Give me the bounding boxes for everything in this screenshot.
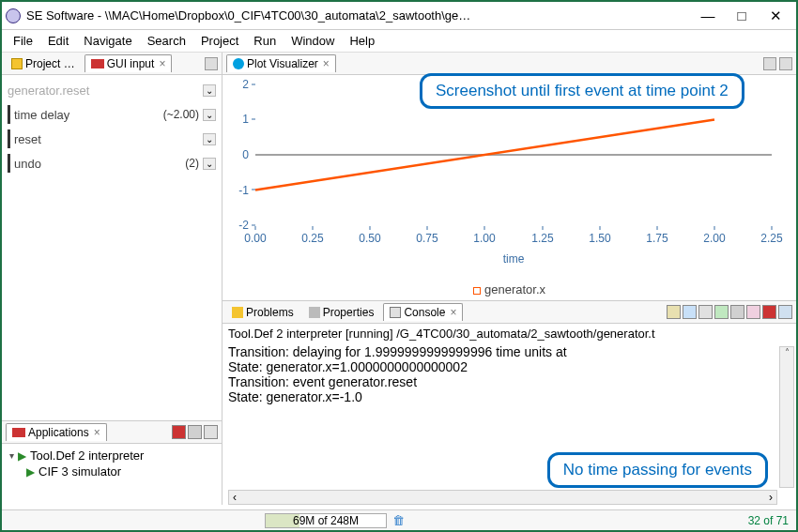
tab-project-explorer[interactable]: Project … [6, 55, 81, 72]
close-icon[interactable]: × [450, 306, 456, 319]
close-icon[interactable]: × [159, 57, 165, 70]
chevron-down-icon[interactable]: ⌄ [203, 109, 216, 121]
console-icon [390, 307, 401, 318]
console-line: State: generator.x=-1.0 [228, 389, 790, 404]
menu-bar: File Edit Navigate Search Project Run Wi… [2, 30, 796, 53]
applications-panel: Applications × ▾ ▶ Tool.Def 2 interprete… [2, 420, 222, 505]
expand-icon[interactable]: ▾ [9, 450, 14, 461]
maximize-view-icon[interactable] [779, 57, 792, 70]
row-marker-icon [8, 129, 10, 148]
menu-window[interactable]: Window [284, 32, 342, 50]
console-menu-icon[interactable] [778, 305, 792, 319]
window-title: SE Software - \\MAC\Home\Dropbox\0_CIF\4… [26, 8, 691, 23]
annotation-top: Screenshot until first event at time poi… [420, 73, 744, 109]
left-tabs-top: Project … GUI input × [2, 53, 222, 75]
plot-svg: 2 1 0 -1 -2 0.00 0.25 0.50 0.75 1.00 1.2… [223, 75, 797, 300]
menu-file[interactable]: File [6, 32, 40, 50]
row-marker-icon [8, 154, 10, 173]
plot-area: Screenshot until first event at time poi… [223, 75, 796, 300]
maximize-button[interactable]: □ [725, 8, 759, 23]
console-display-icon[interactable] [714, 305, 729, 319]
page-counter: 32 of 71 [748, 514, 789, 527]
menu-edit[interactable]: Edit [40, 32, 76, 50]
tab-label: Applications [28, 426, 89, 439]
tab-console[interactable]: Console × [383, 303, 463, 321]
gc-trash-icon[interactable]: 🗑 [392, 513, 405, 527]
tab-properties[interactable]: Properties [303, 304, 380, 321]
x-axis-label: time [503, 252, 525, 266]
scroll-left-icon[interactable]: ‹ [233, 491, 237, 504]
menu-help[interactable]: Help [342, 32, 382, 50]
close-button[interactable]: ✕ [759, 8, 792, 24]
svg-text:2.25: 2.25 [760, 232, 783, 245]
running-icon: ▶ [18, 449, 26, 463]
minimize-view-icon[interactable] [205, 57, 218, 70]
gui-row-reset[interactable]: reset ⌄ [8, 128, 216, 150]
scrollbar-vertical[interactable]: ˄ [779, 346, 794, 488]
menu-search[interactable]: Search [140, 32, 193, 50]
scroll-up-icon[interactable]: ˄ [780, 347, 793, 360]
gui-input-panel: generator.reset ⌄ time delay (~2.00) ⌄ r… [2, 75, 222, 202]
chevron-down-icon[interactable]: ⌄ [203, 158, 216, 170]
heap-status[interactable]: 69M of 248M 🗑 [265, 513, 405, 528]
close-icon[interactable]: × [323, 57, 330, 70]
running-icon: ▶ [26, 465, 35, 479]
svg-text:1.50: 1.50 [589, 232, 611, 245]
plot-icon [233, 58, 244, 69]
gui-row-undo[interactable]: undo (2) ⌄ [8, 152, 216, 175]
chevron-down-icon[interactable]: ⌄ [203, 133, 216, 145]
tab-label: Plot Visualizer [247, 57, 318, 70]
menu-run[interactable]: Run [246, 32, 284, 50]
console-line: Transition: delaying for 1.9999999999999… [228, 344, 790, 359]
problems-icon [232, 307, 243, 318]
svg-text:2: 2 [242, 78, 249, 91]
bottom-tab-row: Problems Properties Console × [223, 301, 796, 324]
svg-text:-1: -1 [238, 184, 249, 197]
terminate-icon[interactable] [172, 425, 186, 439]
applications-tab-row: Applications × [2, 421, 222, 444]
console-header: Tool.Def 2 interpreter [running] /G_4TC0… [228, 326, 790, 344]
minimize-view-icon[interactable] [763, 57, 776, 70]
svg-text:-2: -2 [238, 219, 249, 232]
title-bar: SE Software - \\MAC\Home\Dropbox\0_CIF\4… [2, 2, 796, 30]
console-clear-icon[interactable] [667, 305, 681, 319]
gui-row-time-delay[interactable]: time delay (~2.00) ⌄ [8, 103, 216, 126]
remove-terminated-icon[interactable] [188, 425, 202, 439]
console-scroll-lock-icon[interactable] [683, 305, 697, 319]
console-panel: Problems Properties Console × [223, 300, 796, 505]
console-new-icon[interactable] [746, 305, 760, 319]
menu-navigate[interactable]: Navigate [76, 32, 139, 50]
terminate-icon[interactable] [762, 305, 776, 319]
svg-text:0.25: 0.25 [301, 232, 324, 245]
tab-problems[interactable]: Problems [226, 304, 299, 321]
gui-icon [91, 59, 104, 68]
tab-gui-input[interactable]: GUI input × [84, 54, 173, 72]
tab-label: GUI input [107, 57, 155, 70]
tab-plot-visualizer[interactable]: Plot Visualizer × [226, 54, 336, 72]
properties-icon [309, 307, 320, 318]
console-pin-icon[interactable] [698, 305, 713, 319]
menu-project[interactable]: Project [193, 32, 246, 50]
window-controls: ― □ ✕ [691, 8, 792, 24]
minimize-button[interactable]: ― [691, 8, 725, 23]
svg-text:0.00: 0.00 [244, 232, 267, 245]
view-menu-icon[interactable] [204, 425, 218, 439]
app-cif3-simulator[interactable]: ▶ CIF 3 simulator [9, 464, 214, 479]
scroll-right-icon[interactable]: › [769, 491, 773, 504]
console-open-icon[interactable] [730, 305, 744, 319]
close-icon[interactable]: × [94, 426, 100, 439]
svg-text:0.75: 0.75 [416, 232, 438, 245]
row-marker-icon [8, 105, 10, 124]
svg-text:1: 1 [242, 113, 249, 126]
chevron-down-icon[interactable]: ⌄ [203, 84, 216, 97]
tab-applications[interactable]: Applications × [6, 423, 107, 441]
svg-text:2.00: 2.00 [703, 232, 726, 245]
apps-icon [12, 428, 25, 437]
eclipse-icon [6, 8, 21, 23]
scrollbar-horizontal[interactable]: ‹ › [228, 490, 777, 505]
left-column: Project … GUI input × generator.reset ⌄ … [2, 53, 223, 505]
app-tooldef2[interactable]: ▾ ▶ Tool.Def 2 interpreter [9, 448, 214, 464]
plot-tab-row: Plot Visualizer × [223, 53, 796, 75]
plot-legend: generator.x [223, 282, 796, 296]
legend-marker-icon [473, 287, 481, 295]
